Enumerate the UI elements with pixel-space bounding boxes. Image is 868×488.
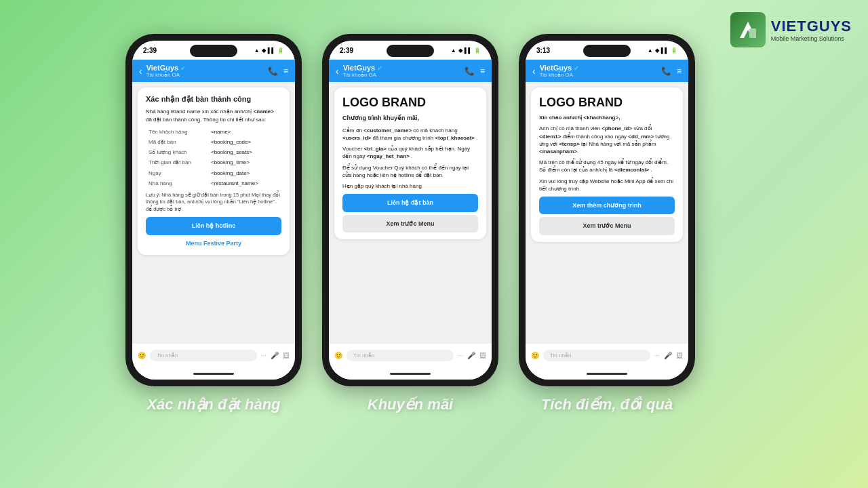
vietguys-logo: VIETGUYS Mobile Marketing Solutions: [730, 12, 852, 47]
dots-icon-1[interactable]: ···: [261, 352, 267, 359]
dynamic-island-1: [190, 45, 237, 57]
contact-sub-2: Tài khoản OA: [343, 72, 383, 78]
promo-subtitle: Chương trình khuyến mãi,: [342, 114, 478, 123]
caption-3: Tích điểm, đổi quà: [541, 396, 673, 413]
chat-input-bar-2: 🙂 Tin nhắn ··· 🎤 🖼: [329, 343, 492, 367]
back-arrow-1[interactable]: ‹: [139, 66, 142, 77]
mic-icon-2[interactable]: 🎤: [467, 352, 475, 359]
booking-table: Tên khách hàng<name> Mã đặt bàn<booking_…: [146, 126, 281, 189]
phone-frame-2: 2:39 ▲◆▌▌🔋 ‹ VietGuys ✔ Tài khoản OA: [322, 34, 498, 386]
emoji-icon-2[interactable]: 🙂: [334, 352, 342, 359]
home-bar-1: [193, 373, 234, 375]
loyalty-para2: Anh chị có mã thành viên <phone_id> vừa …: [539, 125, 675, 155]
promo-para3: Để sử dụng Voucher Quý khách có thể đến …: [342, 164, 478, 179]
caption-2: Khuyến mãi: [368, 396, 453, 413]
contact-name-3: VietGuys ✔: [540, 64, 580, 72]
logo-icon: [730, 12, 766, 47]
hotline-button[interactable]: Liên hệ hotline: [146, 217, 281, 235]
chat-input-bar-1: 🙂 Tin nhắn ··· 🎤 🖼: [132, 343, 295, 367]
contact-name-1: VietGuys ✔: [146, 64, 186, 72]
phone-screen-1: 2:39 ▲ ◆ ▌▌ 🔋 ‹ VietGuys ✔ Tài khoản O: [132, 41, 295, 380]
caption-1: Xác nhận đặt hàng: [146, 396, 280, 413]
call-icon-3[interactable]: 📞: [661, 66, 671, 76]
promo-para1: Cảm ơn <customer_name> có mã khách hàng …: [342, 127, 478, 142]
menu-icon-1[interactable]: ≡: [283, 66, 288, 76]
contact-name-2: VietGuys ✔: [343, 64, 383, 72]
message-input-3[interactable]: Tin nhắn: [543, 350, 650, 361]
logo-tagline: Mobile Marketing Solutions: [771, 35, 852, 42]
status-icons-2: ▲◆▌▌🔋: [451, 47, 481, 54]
chat-body-2: LOGO BRAND Chương trình khuyến mãi, Cảm …: [329, 82, 492, 343]
image-icon-1[interactable]: 🖼: [283, 352, 290, 359]
chat-header-icons-3[interactable]: 📞 ≡: [661, 66, 682, 76]
xem-truoc-menu-button-3[interactable]: Xem trước Menu: [539, 217, 675, 235]
table-row: Số lượng khách<booking_seats>: [147, 148, 280, 157]
phones-container: 2:39 ▲ ◆ ▌▌ 🔋 ‹ VietGuys ✔ Tài khoản O: [0, 0, 868, 413]
promo-para4: Hẹn gặp quý khách tại nhà hàng: [342, 182, 478, 190]
booking-intro: Nhà hàng Brand name xin xác nhận anh/chị…: [146, 108, 281, 123]
back-arrow-2[interactable]: ‹: [336, 66, 339, 77]
logo-text: VIETGUYS Mobile Marketing Solutions: [771, 18, 852, 42]
table-row: Nhà hàng<restaurant_name>: [147, 179, 280, 188]
chat-header-3: ‹ VietGuys ✔ Tài khoản OA 📞 ≡: [526, 60, 688, 82]
loyalty-card: LOGO BRAND Xin chào anh/chị <khachhang>,…: [531, 87, 683, 242]
promo-logo: LOGO BRAND: [342, 94, 478, 111]
home-indicator-2: [329, 367, 492, 380]
chat-body-3: LOGO BRAND Xin chào anh/chị <khachhang>,…: [526, 82, 688, 343]
brand-name: VIETGUYS: [771, 18, 852, 35]
home-bar-2: [390, 373, 431, 375]
emoji-icon-1[interactable]: 🙂: [138, 352, 146, 359]
emoji-icon-3[interactable]: 🙂: [531, 352, 539, 359]
dots-icon-2[interactable]: ···: [458, 352, 463, 359]
phone-loyalty: 3:13 ▲◆▌▌🔋 ‹ VietGuys ✔ Tài khoản OA: [519, 34, 695, 413]
chat-header-2: ‹ VietGuys ✔ Tài khoản OA 📞 ≡: [329, 60, 492, 82]
svg-rect-1: [749, 28, 756, 38]
loyalty-logo: LOGO BRAND: [539, 94, 675, 111]
phone-booking: 2:39 ▲ ◆ ▌▌ 🔋 ‹ VietGuys ✔ Tài khoản O: [125, 34, 302, 413]
table-row: Thời gian đặt bàn<booking_time>: [147, 158, 280, 167]
booking-note: Lưu ý: Nhà hàng sẽ giữ đặt bàn trong 15 …: [146, 192, 281, 214]
message-input-1[interactable]: Tin nhắn: [150, 350, 257, 361]
dynamic-island-2: [387, 45, 434, 57]
loyalty-para3: Mã trên có thể sử dụng 45 ngày kể từ ngà…: [539, 159, 675, 174]
booking-card: Xác nhận đặt bàn thành công Nhà hàng Bra…: [138, 87, 290, 255]
booking-title: Xác nhận đặt bàn thành công: [146, 94, 281, 104]
chat-header-icons-1[interactable]: 📞 ≡: [268, 66, 288, 76]
contact-sub-3: Tài khoản OA: [540, 72, 580, 78]
home-bar-3: [587, 373, 627, 375]
image-icon-3[interactable]: 🖼: [676, 352, 683, 359]
call-icon-1[interactable]: 📞: [268, 66, 278, 76]
menu-icon-3[interactable]: ≡: [677, 66, 682, 76]
call-icon-2[interactable]: 📞: [465, 66, 475, 76]
phone-screen-2: 2:39 ▲◆▌▌🔋 ‹ VietGuys ✔ Tài khoản OA: [329, 41, 492, 380]
dots-icon-3[interactable]: ···: [654, 352, 660, 359]
back-arrow-3[interactable]: ‹: [532, 66, 536, 77]
chat-body-1: Xác nhận đặt bàn thành công Nhà hàng Bra…: [132, 82, 295, 343]
loyalty-para1: Xin chào anh/chị <khachhang>,: [539, 114, 675, 121]
lien-he-dat-ban-button[interactable]: Liên hệ đặt bàn: [342, 194, 478, 212]
promo-para2: Voucher <tri_gia> của quý khách sắp hết …: [342, 145, 478, 160]
time-2: 2:39: [340, 47, 353, 54]
xem-truoc-menu-button-2[interactable]: Xem trước Menu: [342, 215, 478, 233]
phone-promo: 2:39 ▲◆▌▌🔋 ‹ VietGuys ✔ Tài khoản OA: [322, 34, 498, 413]
mic-icon-3[interactable]: 🎤: [664, 352, 672, 359]
home-indicator-3: [526, 367, 688, 380]
time-3: 3:13: [536, 47, 550, 54]
dynamic-island-3: [583, 45, 631, 57]
phone-screen-3: 3:13 ▲◆▌▌🔋 ‹ VietGuys ✔ Tài khoản OA: [526, 41, 688, 380]
chat-header-1: ‹ VietGuys ✔ Tài khoản OA 📞 ≡: [132, 60, 295, 82]
mic-icon-1[interactable]: 🎤: [271, 352, 279, 359]
phone-frame-1: 2:39 ▲ ◆ ▌▌ 🔋 ‹ VietGuys ✔ Tài khoản O: [125, 34, 302, 386]
message-input-2[interactable]: Tin nhắn: [347, 350, 454, 361]
table-row: Ngày<booking_date>: [147, 169, 280, 178]
chat-header-icons-2[interactable]: 📞 ≡: [465, 66, 485, 76]
status-icons-1: ▲ ◆ ▌▌ 🔋: [254, 47, 284, 54]
xem-them-button[interactable]: Xem thêm chương trình: [539, 197, 675, 215]
phone-frame-3: 3:13 ▲◆▌▌🔋 ‹ VietGuys ✔ Tài khoản OA: [519, 34, 695, 386]
image-icon-2[interactable]: 🖼: [479, 352, 486, 359]
loyalty-para4: Xin vui lòng truy cập Website hoặc Mini …: [539, 178, 675, 192]
time-1: 2:39: [143, 47, 157, 54]
menu-icon-2[interactable]: ≡: [480, 66, 485, 76]
contact-sub-1: Tài khoản OA: [146, 72, 186, 78]
menu-festive-link[interactable]: Menu Festive Party: [146, 239, 281, 248]
